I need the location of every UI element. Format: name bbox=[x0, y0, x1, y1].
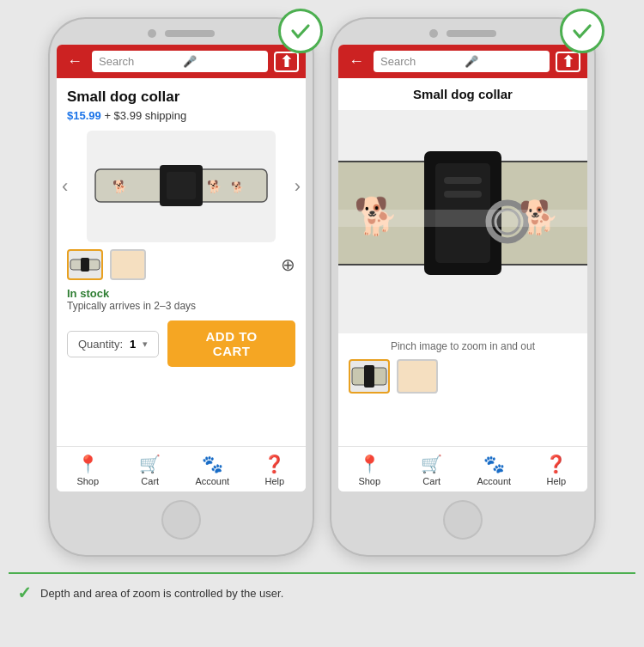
svg-rect-7 bbox=[81, 258, 89, 272]
phone1-qty-label: Quantity: bbox=[78, 338, 123, 351]
phone1-quantity-row: Quantity: 1 ▾ ADD TO CART bbox=[67, 320, 295, 367]
phone1-nav-cart[interactable]: 🛒 Cart bbox=[125, 454, 176, 486]
phone1-next-arrow[interactable]: › bbox=[295, 175, 301, 198]
phone1-checkmark bbox=[278, 9, 323, 53]
phone2-back-button[interactable]: ← bbox=[345, 52, 368, 70]
phone2-frame: ← Search 🎤 ⬆ Small dog collar bbox=[330, 17, 596, 557]
phone2-thumbnails bbox=[338, 359, 587, 400]
phone1-thumb-1[interactable] bbox=[67, 249, 103, 280]
phone2-action-button[interactable]: ⬆ bbox=[556, 52, 580, 72]
phone1-wrapper: ← Search 🎤 ⬆ Small dog collar $15.99 + $… bbox=[48, 17, 314, 557]
phone1-back-button[interactable]: ← bbox=[64, 52, 86, 70]
phone2-app-bar: ← Search 🎤 ⬆ bbox=[338, 45, 587, 78]
phone2-pinch-hint: Pinch image to zoom in and out bbox=[338, 333, 587, 359]
phone2-cart-icon: 🛒 bbox=[421, 454, 442, 474]
phone2-search-placeholder: Search bbox=[380, 55, 459, 68]
phone2-wrapper: ← Search 🎤 ⬆ Small dog collar bbox=[330, 17, 596, 557]
phone2-checkmark bbox=[560, 9, 605, 53]
phone1-image-area: ‹ 🐕 🐕 bbox=[67, 131, 295, 242]
phone1-zoom-icon[interactable]: ⊕ bbox=[281, 254, 295, 275]
svg-rect-16 bbox=[338, 210, 587, 227]
phone1-shop-icon: 📍 bbox=[77, 454, 99, 474]
phone2-camera bbox=[429, 29, 438, 38]
phone1-nav-help-label: Help bbox=[264, 476, 284, 486]
phone1-frame: ← Search 🎤 ⬆ Small dog collar $15.99 + $… bbox=[48, 17, 314, 557]
phone1-nav-help[interactable]: ❓ Help bbox=[249, 454, 301, 486]
phone1-thumbnails: ⊕ bbox=[67, 249, 295, 280]
svg-rect-2 bbox=[167, 172, 196, 199]
svg-rect-17 bbox=[444, 177, 482, 184]
phone1-add-to-cart-button[interactable]: ADD TO CART bbox=[167, 320, 295, 367]
phone1-camera bbox=[148, 29, 156, 38]
phone1-thumb-2[interactable] bbox=[110, 249, 146, 280]
phone2-screen: ← Search 🎤 ⬆ Small dog collar bbox=[338, 45, 587, 491]
phone2-nav-account[interactable]: 🐾 Account bbox=[468, 454, 519, 486]
phone1-nav-account[interactable]: 🐾 Account bbox=[186, 454, 238, 486]
phone1-price-shipping: + $3.99 shipping bbox=[104, 109, 186, 122]
svg-text:🐕: 🐕 bbox=[207, 180, 222, 194]
phone1-speaker bbox=[165, 30, 215, 37]
phone1-qty-value: 1 bbox=[130, 338, 136, 351]
phone1-home-button[interactable] bbox=[161, 500, 201, 540]
phone1-app-bar: ← Search 🎤 ⬆ bbox=[57, 45, 306, 78]
phone2-nav-account-label: Account bbox=[477, 476, 511, 486]
phone2-shop-icon: 📍 bbox=[359, 454, 380, 474]
phone2-nav-cart[interactable]: 🛒 Cart bbox=[406, 454, 458, 486]
phone2-bottom-nav: 📍 Shop 🛒 Cart 🐾 Account ❓ Help bbox=[338, 446, 587, 491]
phone2-account-icon: 🐾 bbox=[483, 454, 505, 474]
phone1-top-bar bbox=[57, 29, 306, 38]
phone1-product-content: Small dog collar $15.99 + $3.99 shipping… bbox=[57, 78, 306, 446]
phone1-screen: ← Search 🎤 ⬆ Small dog collar $15.99 + $… bbox=[57, 45, 306, 491]
phone1-qty-arrow: ▾ bbox=[143, 339, 148, 350]
phone2-home-button[interactable] bbox=[443, 500, 483, 540]
phone2-help-icon: ❓ bbox=[545, 454, 567, 474]
phone1-nav-shop[interactable]: 📍 Shop bbox=[62, 454, 113, 486]
phone1-quantity-select[interactable]: Quantity: 1 ▾ bbox=[67, 331, 159, 357]
phone2-top-bar bbox=[338, 29, 587, 38]
phone1-account-icon: 🐾 bbox=[202, 454, 223, 474]
phone2-nav-cart-label: Cart bbox=[422, 476, 440, 486]
phone2-thumb-1[interactable] bbox=[349, 359, 390, 394]
phone2-product-title: Small dog collar bbox=[349, 87, 577, 101]
phone1-product-price: $15.99 + $3.99 shipping bbox=[67, 109, 295, 122]
phone1-nav-shop-label: Shop bbox=[76, 476, 99, 486]
phone2-nav-help-label: Help bbox=[546, 476, 566, 486]
phone1-prev-arrow[interactable]: ‹ bbox=[62, 175, 68, 198]
svg-rect-18 bbox=[444, 191, 482, 198]
phone2-zoomed-image[interactable]: 🐕 🐕 bbox=[338, 110, 587, 333]
footer-caption: ✓ Depth and area of zoom is controlled b… bbox=[9, 572, 635, 603]
svg-rect-20 bbox=[364, 365, 374, 388]
phone1-product-title: Small dog collar bbox=[67, 89, 295, 106]
phone1-delivery-text: Typically arrives in 2–3 days bbox=[67, 300, 295, 312]
svg-text:🐕: 🐕 bbox=[112, 180, 128, 194]
phone2-nav-shop-label: Shop bbox=[358, 476, 380, 486]
phone1-product-image[interactable]: 🐕 🐕 🐕 bbox=[87, 131, 276, 242]
svg-text:🐕: 🐕 bbox=[231, 180, 244, 193]
phone1-stock-status: In stock bbox=[67, 287, 295, 300]
footer-caption-text: Depth and area of zoom is controlled by … bbox=[40, 587, 283, 600]
phone1-bottom-nav: 📍 Shop 🛒 Cart 🐾 Account ❓ Help bbox=[57, 446, 306, 491]
phone1-search-placeholder: Search bbox=[99, 55, 178, 68]
phone2-nav-shop[interactable]: 📍 Shop bbox=[343, 454, 395, 486]
phone1-help-icon: ❓ bbox=[264, 454, 285, 474]
phone1-action-button[interactable]: ⬆ bbox=[274, 52, 299, 72]
phone2-speaker bbox=[447, 30, 496, 37]
phone1-cart-icon: 🛒 bbox=[139, 454, 161, 474]
phone2-mic-icon[interactable]: 🎤 bbox=[465, 55, 544, 68]
phone1-mic-icon[interactable]: 🎤 bbox=[183, 55, 262, 68]
phone1-price-main: $15.99 bbox=[67, 109, 101, 122]
phone1-nav-cart-label: Cart bbox=[141, 476, 159, 486]
phone1-nav-account-label: Account bbox=[195, 476, 229, 486]
phone2-nav-help[interactable]: ❓ Help bbox=[531, 454, 582, 486]
phone2-search-bar[interactable]: Search 🎤 bbox=[374, 51, 550, 72]
footer-check-icon: ✓ bbox=[17, 583, 32, 603]
phone1-search-bar[interactable]: Search 🎤 bbox=[92, 51, 268, 72]
phones-row: ← Search 🎤 ⬆ Small dog collar $15.99 + $… bbox=[9, 17, 635, 557]
phone2-thumb-2[interactable] bbox=[397, 359, 438, 394]
